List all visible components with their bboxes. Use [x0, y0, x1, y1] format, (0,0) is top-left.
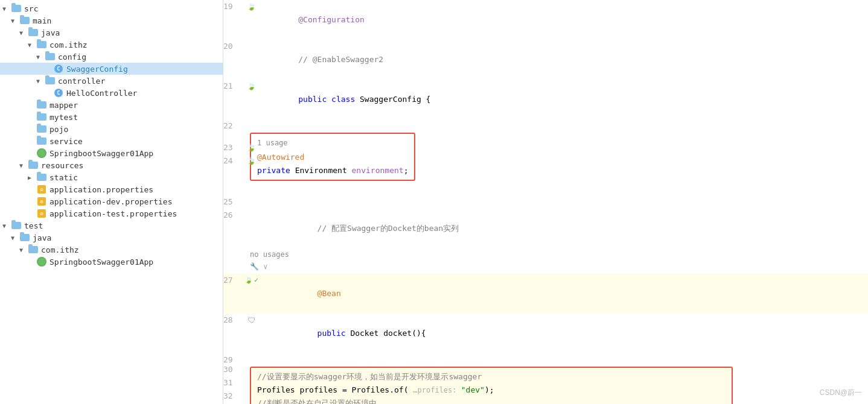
- annotation-token: @Autowired: [257, 153, 304, 162]
- keyword-token: private: [257, 166, 295, 175]
- code-editor[interactable]: 19 🍃 @Configuration 20 // @EnableSwagger…: [223, 0, 868, 404]
- sidebar-item-label: HelloController: [66, 89, 137, 98]
- code-line-26: 26 // 配置Swagger的Docket的bean实列: [223, 209, 868, 248]
- inner-line-32: //判断是否处在自己设置的环境中: [257, 397, 726, 404]
- inner-line-31: Profiles profiles = Profiles.of( …profil…: [257, 383, 726, 397]
- code-line-20: 20 // @EnableSwagger2: [223, 40, 868, 80]
- sidebar-item-label: service: [49, 137, 83, 146]
- sidebar-item-pojo[interactable]: pojo: [0, 123, 223, 135]
- folder-icon: [45, 52, 56, 62]
- sidebar-item-label: java: [33, 233, 51, 242]
- folder-icon: [28, 160, 39, 170]
- line-number: 20: [223, 40, 243, 53]
- sidebar-item-label: application.properties: [49, 185, 153, 194]
- keyword-token: class: [331, 95, 360, 104]
- sidebar-item-mapper[interactable]: mapper: [0, 99, 223, 111]
- line-number-32: 32: [223, 390, 243, 403]
- sidebar-item-appdevprops[interactable]: application-dev.properties: [0, 195, 223, 207]
- folder-icon: [36, 136, 47, 146]
- sidebar-item-label: application-dev.properties: [49, 197, 173, 206]
- line-number-23: 23: [223, 141, 243, 154]
- sidebar-item-config[interactable]: config: [0, 51, 223, 63]
- sidebar-item-label: com.ithz: [41, 245, 79, 254]
- folder-icon: [19, 16, 30, 25]
- sidebar-item-label: static: [49, 173, 78, 182]
- sidebar-item-mytest[interactable]: mytest: [0, 111, 223, 123]
- sidebar-item-appprops[interactable]: application.properties: [0, 183, 223, 195]
- line-code: [261, 119, 868, 133]
- sidebar-item-testspringapp[interactable]: SpringbootSwagger01App: [0, 256, 223, 268]
- arrow-icon: [19, 162, 28, 169]
- code-line-19: 19 🍃 @Configuration: [223, 0, 868, 40]
- class-icon-wrapper: C: [53, 64, 64, 74]
- field-token: environment: [352, 166, 404, 175]
- line-number: 25: [223, 195, 243, 209]
- sidebar-item-src[interactable]: src: [0, 2, 223, 14]
- folder-icon: [11, 221, 22, 230]
- sidebar-item-label: java: [41, 28, 60, 37]
- sidebar-item-static[interactable]: static: [0, 171, 223, 183]
- props-icon-wrapper: [36, 185, 47, 194]
- annotation-token: @Configuration: [298, 15, 365, 24]
- spring-icon-wrapper: [36, 257, 47, 267]
- sub-arrow-icon: 🔧 ∨: [250, 260, 868, 273]
- line-number: 22: [223, 119, 243, 133]
- bean-annotation-token: @Bean: [298, 289, 340, 298]
- spring-icon-wrapper: [36, 148, 47, 158]
- arrow-icon: [11, 235, 19, 241]
- line-code: @Bean: [261, 274, 868, 314]
- arrow-icon: [28, 42, 36, 48]
- line-code: // @EnableSwagger2: [261, 40, 868, 80]
- line-number: 21: [223, 80, 243, 93]
- folder-icon: [11, 4, 22, 13]
- checkmark-gutter-icon: ✓: [254, 274, 258, 287]
- watermark: CSDN@蔚一: [820, 388, 862, 398]
- gutter-col: [243, 363, 261, 404]
- sidebar-item-service[interactable]: service: [0, 135, 223, 147]
- arrow-icon: [36, 78, 45, 84]
- line-num-col: 30 31 32 33 34 35: [223, 363, 243, 404]
- line-code: // 配置Swagger的Docket的bean实列: [261, 209, 868, 248]
- no-usages-label: no usages: [250, 248, 868, 260]
- sidebar-item-test[interactable]: test: [0, 219, 223, 232]
- sidebar-item-hellocontroller[interactable]: C HelloController: [0, 87, 223, 99]
- code-line-28: 28 🛡 public Docket docket(){: [223, 314, 868, 353]
- comment-token: // 配置Swagger的Docket的bean实列: [298, 224, 459, 233]
- line-number: 28: [223, 314, 243, 327]
- leaf-gutter-icon: 🍃: [244, 274, 253, 287]
- comment-token: //判断是否处在自己设置的环境中: [257, 399, 377, 404]
- sidebar-item-testcomithz[interactable]: com.ithz: [0, 244, 223, 256]
- sidebar-item-swaggerconfig[interactable]: C SwaggerConfig: [0, 63, 223, 75]
- code-line-27: 27 🍃 ✓ @Bean: [223, 274, 868, 314]
- sidebar-item-label: com.ithz: [49, 40, 88, 49]
- semicolon-token: ;: [404, 166, 409, 175]
- file-tree[interactable]: src main java com.ithz config C SwaggerC…: [0, 0, 223, 404]
- sidebar-item-testjava[interactable]: java: [0, 232, 223, 244]
- line-gutter: 🍃: [243, 80, 261, 93]
- sidebar-item-java[interactable]: java: [0, 27, 223, 39]
- sidebar-item-comithz[interactable]: com.ithz: [0, 39, 223, 51]
- classname-token: SwaggerConfig {: [360, 95, 430, 104]
- private-env-line: private Environment environment;: [257, 164, 408, 177]
- folder-icon: [45, 76, 56, 86]
- leaf-gutter-icon: 🍃: [247, 157, 256, 165]
- sidebar-item-label: resources: [41, 161, 83, 170]
- folder-icon: [36, 112, 47, 122]
- comment-token: //设置要显示的swagger环境，如当前是开发环境显示swagger: [257, 372, 482, 381]
- line-number: 27: [223, 274, 243, 287]
- code-line-22: 22: [223, 119, 868, 133]
- leaf-gutter-icon: 🍃: [247, 80, 256, 93]
- sidebar-item-springboot-main[interactable]: SpringbootSwagger01App: [0, 147, 223, 159]
- sidebar-item-label: mapper: [49, 101, 78, 110]
- sidebar-item-apptestprops[interactable]: application-test.properties: [0, 207, 223, 219]
- folder-icon: [36, 40, 47, 49]
- sidebar-item-resources[interactable]: resources: [0, 159, 223, 171]
- keyword-token: public: [298, 95, 331, 104]
- code-token: Profiles profiles = Profiles.of(: [257, 385, 413, 394]
- code-line-29: 29: [223, 353, 868, 367]
- wrench-icon: 🔧: [250, 262, 259, 271]
- line-number: 26: [223, 209, 243, 222]
- sidebar-item-main[interactable]: main: [0, 14, 223, 27]
- line-gutter: 🍃 ✓: [243, 274, 261, 287]
- sidebar-item-controller[interactable]: controller: [0, 75, 223, 87]
